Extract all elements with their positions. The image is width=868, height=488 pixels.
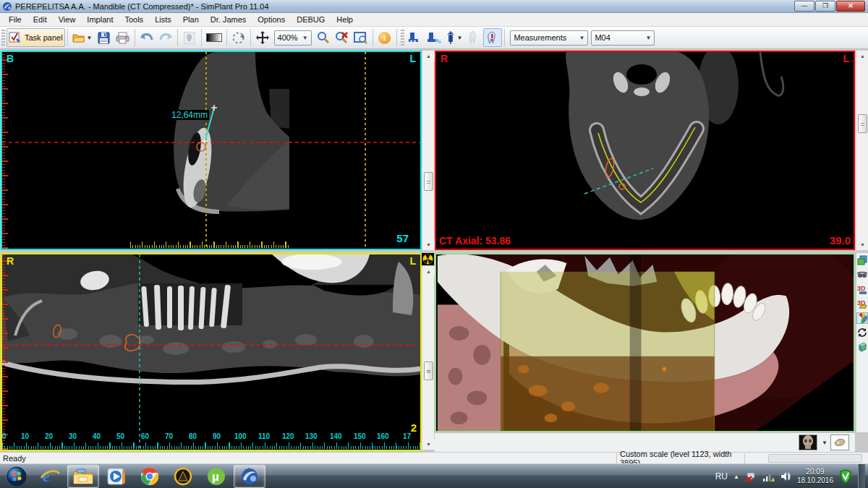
patient-profile-button[interactable] (180, 28, 199, 47)
scrollbar-up-arrow[interactable]: ▲ (856, 51, 868, 61)
print-icon (116, 32, 129, 44)
menu-file[interactable]: File (3, 14, 27, 25)
panoramic-viewport[interactable]: 0 10 20 30 40 50 60 70 80 90 100 110 120… (1, 253, 422, 451)
cross-section-viewport[interactable]: B L 57 12,64mm (1, 51, 422, 250)
measurements-select[interactable]: Measurements ▼ (510, 30, 588, 46)
close-button[interactable]: ✕ (836, 1, 865, 12)
implant-verify-button[interactable] (483, 28, 502, 47)
pan-button[interactable] (253, 28, 272, 47)
axial-slice-number: 39.0 (830, 234, 851, 247)
scrollbar-down-arrow[interactable]: ▼ (422, 239, 435, 250)
three-d-toolbar: 3D 3D (856, 253, 868, 432)
redo-button[interactable] (156, 28, 175, 47)
skull-preset-button[interactable] (799, 435, 817, 450)
task-panel-button[interactable]: Task panel (7, 28, 65, 47)
volume-icon[interactable] (780, 471, 791, 481)
menu-dr-james[interactable]: Dr. James (205, 14, 252, 25)
zoom-window-icon (354, 31, 367, 44)
stereo-glasses-icon[interactable] (856, 269, 868, 281)
network-disconnected-icon[interactable] (745, 471, 757, 482)
menu-tools[interactable]: Tools (119, 14, 149, 25)
taskbar-aimp[interactable] (167, 465, 199, 488)
refresh-icon[interactable] (856, 327, 868, 338)
open-dropdown-arrow[interactable]: ▼ (87, 35, 93, 41)
restore-button[interactable]: ❐ (815, 1, 835, 12)
scrollbar-thumb[interactable] (858, 114, 867, 133)
status-bar: Ready Custom scale (level 1123, width 38… (0, 452, 868, 463)
3d-volume-icon[interactable]: 3D (856, 298, 868, 309)
undo-button[interactable] (137, 28, 156, 47)
scrollbar-down-arrow[interactable]: ▼ (856, 239, 868, 250)
skull-preset-dropdown-arrow[interactable]: ▼ (822, 440, 827, 446)
start-button[interactable] (1, 465, 33, 488)
3d-slice-icon[interactable]: 3D (856, 283, 868, 295)
menu-implant[interactable]: Implant (81, 14, 119, 25)
contrast-button[interactable] (204, 28, 224, 47)
print-button[interactable] (114, 28, 132, 47)
zoom-level-select[interactable]: 400% ▼ (274, 30, 312, 46)
taskbar-simplant[interactable] (234, 465, 265, 488)
menu-lists[interactable]: Lists (149, 14, 177, 25)
info-icon: i (378, 32, 391, 44)
taskbar-chrome[interactable] (134, 465, 166, 488)
orientation-label-b: B (7, 53, 14, 64)
taskbar-windows-explorer[interactable] (67, 465, 99, 488)
menu-help[interactable]: Help (331, 14, 359, 25)
tooth-ghost-button[interactable] (464, 28, 483, 47)
menu-options[interactable]: Options (252, 14, 291, 25)
zoom-remove-button[interactable] (333, 28, 352, 47)
axial-scrollbar[interactable]: ▲ ▼ (856, 51, 868, 250)
cube-view-icon[interactable] (856, 341, 868, 353)
three-d-render (436, 254, 854, 431)
place-implant-button[interactable]: ▼ (443, 28, 465, 47)
taskbar-media-player[interactable] (101, 465, 132, 488)
axial-viewport[interactable]: R L CT Axial: 53.86 39.0 (435, 51, 855, 250)
menu-view[interactable]: View (53, 14, 82, 25)
scrollbar-up-arrow[interactable]: ▲ (422, 51, 435, 61)
scrollbar-up-arrow[interactable]: ▲ (422, 266, 435, 277)
layered-views-icon[interactable] (856, 254, 868, 266)
signal-warning-icon[interactable] (762, 471, 775, 482)
plan-value: M04 (595, 33, 610, 42)
scrollbar-thumb[interactable] (424, 361, 433, 380)
svg-text:e: e (43, 467, 50, 485)
system-tray: RU ▲ 20:09 18.10.2016 (715, 464, 868, 488)
taskbar-utorrent[interactable]: µ (200, 465, 232, 488)
scrollbar-thumb[interactable] (424, 172, 433, 191)
redo-icon (158, 32, 173, 43)
zoom-level-value: 400% (278, 33, 298, 42)
menu-plan[interactable]: Plan (177, 14, 205, 25)
taskbar: e µ RU ▲ (0, 463, 868, 488)
minimize-button[interactable]: — (794, 1, 814, 12)
language-indicator[interactable]: RU (715, 471, 728, 481)
three-d-viewport[interactable] (435, 253, 855, 432)
rotate-scan-button[interactable] (229, 28, 248, 47)
zoom-in-button[interactable] (314, 28, 333, 47)
tray-clock[interactable]: 20:09 18.10.2016 (797, 468, 833, 485)
segmentation-fan-icon[interactable] (856, 312, 868, 324)
hidden-icons-chevron[interactable]: ▲ (733, 474, 739, 480)
pan-icon (256, 31, 269, 44)
show-desktop-button[interactable] (858, 464, 865, 488)
place-implant-dropdown-arrow[interactable]: ▼ (457, 35, 463, 41)
info-button[interactable]: i (375, 28, 394, 47)
rotate-icon (231, 31, 245, 45)
scrollbar-down-arrow[interactable]: ▼ (422, 439, 435, 450)
open-button[interactable]: ▼ (70, 28, 95, 47)
aimp-icon (173, 466, 193, 487)
measurement-label[interactable]: 12,64mm (170, 110, 209, 120)
menu-edit[interactable]: Edit (27, 14, 53, 25)
cross-section-scrollbar[interactable]: ▲ ▼ (422, 51, 434, 250)
menu-debug[interactable]: DEBUG (291, 14, 331, 25)
save-button[interactable] (95, 28, 114, 47)
implant-bone-button[interactable] (425, 28, 443, 47)
bone-fragment-button[interactable] (830, 435, 849, 450)
save-icon (98, 32, 110, 44)
antivirus-shield-icon[interactable] (839, 469, 852, 484)
taskbar-internet-explorer[interactable]: e (34, 465, 66, 488)
plan-select[interactable]: M04 ▼ (591, 30, 655, 46)
implant-length-button[interactable] (406, 28, 425, 47)
task-panel-label: Task panel (25, 33, 63, 42)
zoom-window-button[interactable] (352, 28, 370, 47)
panoramic-scrollbar[interactable]: ▲ ▼ (422, 266, 434, 450)
